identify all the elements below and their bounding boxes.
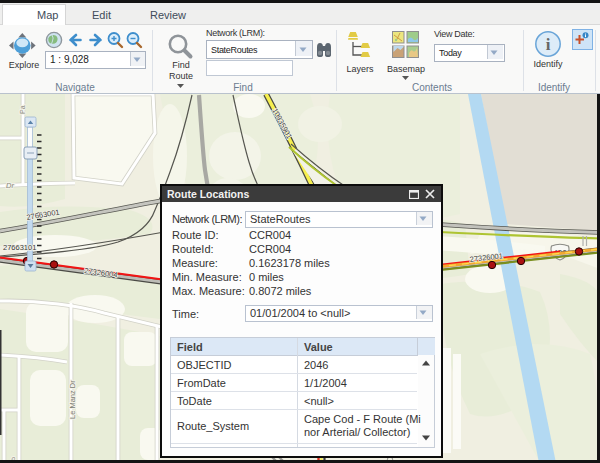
svg-text:Le Manz Dr: Le Manz Dr: [68, 380, 77, 419]
svg-text:Pa: Pa: [19, 105, 26, 114]
svg-text:i: i: [546, 35, 551, 54]
svg-text:27663101: 27663101: [3, 243, 36, 252]
svg-text:Dr: Dr: [6, 181, 14, 190]
